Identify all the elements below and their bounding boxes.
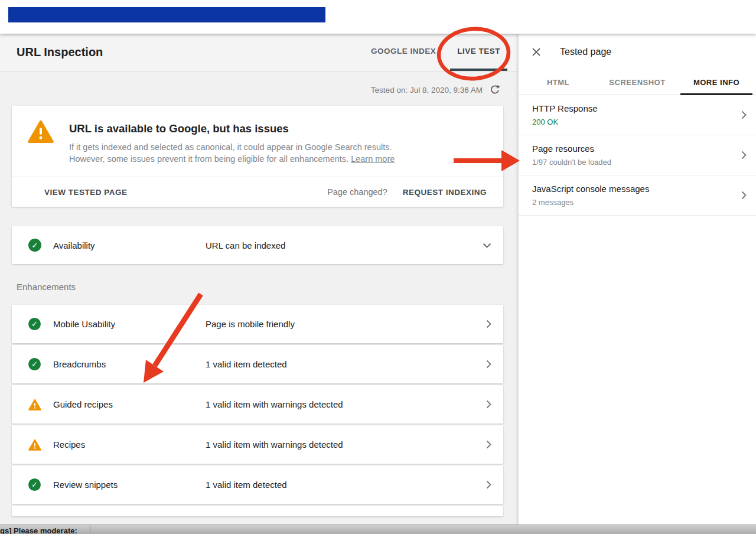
item-title: Page resources: [532, 144, 741, 154]
chevron-right-icon[interactable]: [486, 440, 491, 449]
warning-icon: [28, 439, 41, 451]
row-status: 1 valid item detected: [206, 359, 486, 369]
verdict-text: URL is available to Google, but has issu…: [69, 120, 429, 165]
check-circle-icon: ✓: [28, 318, 41, 330]
inspection-header: URL Inspection GOOGLE INDEX LIVE TEST: [0, 34, 518, 71]
row-status: 1 valid item with warnings detected: [206, 399, 486, 409]
item-subtitle: 200 OK: [532, 118, 741, 126]
row-status: 1 valid item detected: [206, 480, 486, 490]
tab-screenshot[interactable]: SCREENSHOT: [598, 70, 677, 95]
tested-page-title: Tested page: [560, 47, 611, 57]
chevron-right-icon[interactable]: [741, 110, 747, 119]
learn-more-link[interactable]: Learn more: [351, 154, 395, 164]
tab-more-info[interactable]: MORE INFO: [677, 70, 756, 95]
item-text: HTTP Response 200 OK: [532, 103, 741, 126]
inspection-content: Tested on: Jul 8, 2020, 9:36 AM: [0, 71, 518, 516]
check-circle-icon: ✓: [28, 478, 41, 491]
tested-page-header: Tested page: [519, 34, 756, 70]
close-icon[interactable]: [530, 46, 542, 58]
verdict-body: If it gets indexed and selected as canon…: [69, 141, 429, 165]
item-subtitle: 1/97 couldn't be loaded: [532, 158, 741, 167]
chevron-right-icon[interactable]: [486, 400, 491, 409]
page-title: URL Inspection: [17, 45, 364, 59]
row-label: Guided recipes: [53, 399, 206, 409]
browser-top-strip: [0, 0, 756, 34]
row-status: Page is mobile friendly: [206, 319, 486, 329]
chevron-right-icon[interactable]: [486, 480, 491, 489]
chevron-right-icon[interactable]: [486, 360, 491, 369]
inspection-column: URL Inspection GOOGLE INDEX LIVE TEST Te…: [0, 34, 518, 525]
verdict-footer: VIEW TESTED PAGE Page changed? REQUEST I…: [12, 177, 503, 207]
tested-on-row: Tested on: Jul 8, 2020, 9:36 AM: [12, 71, 503, 106]
list-item-review-snippets[interactable]: ✓ Review snippets 1 valid item detected: [12, 465, 503, 504]
list-item-mobile-usability[interactable]: ✓ Mobile Usability Page is mobile friend…: [12, 305, 503, 343]
availability-status: URL can be indexed: [206, 240, 483, 250]
warning-icon: [28, 120, 54, 165]
verdict-title: URL is available to Google, but has issu…: [69, 122, 429, 135]
background-window-text: gs] Please moderate:: [0, 526, 77, 534]
item-text: JavaScript console messages 2 messages: [532, 184, 741, 207]
list-item-guided-recipes[interactable]: Guided recipes 1 valid item with warning…: [12, 385, 503, 424]
verdict-body-text: If it gets indexed and selected as canon…: [69, 142, 392, 164]
check-circle-icon: ✓: [28, 239, 41, 252]
tested-page-tabs: HTML SCREENSHOT MORE INFO: [519, 70, 756, 95]
tested-page-panel: Tested page HTML SCREENSHOT MORE INFO HT…: [518, 34, 756, 525]
bar-divider: [90, 525, 90, 534]
tab-live-test[interactable]: LIVE TEST: [450, 34, 507, 71]
view-tested-page-button[interactable]: VIEW TESTED PAGE: [44, 188, 128, 197]
redacted-url-bar: [8, 7, 325, 22]
row-label: Mobile Usability: [53, 319, 206, 329]
chevron-right-icon[interactable]: [741, 151, 747, 159]
chevron-right-icon[interactable]: [486, 320, 491, 328]
row-label: Recipes: [53, 439, 206, 450]
list-item-js-console-messages[interactable]: JavaScript console messages 2 messages: [519, 175, 756, 216]
item-title: HTTP Response: [532, 103, 741, 113]
request-indexing-button[interactable]: REQUEST INDEXING: [403, 188, 487, 197]
availability-label: Availability: [53, 240, 206, 250]
url-inspection-app: URL Inspection GOOGLE INDEX LIVE TEST Te…: [0, 34, 756, 525]
item-subtitle: 2 messages: [532, 198, 741, 207]
verdict-main: URL is available to Google, but has issu…: [12, 106, 503, 177]
page-changed-label: Page changed?: [327, 187, 387, 197]
inspection-tabs: GOOGLE INDEX LIVE TEST: [364, 34, 507, 71]
chevron-down-icon[interactable]: [483, 243, 491, 248]
row-status: 1 valid item with warnings detected: [206, 439, 486, 450]
list-item-page-resources[interactable]: Page resources 1/97 couldn't be loaded: [519, 135, 756, 175]
verdict-footer-right: Page changed? REQUEST INDEXING: [327, 187, 487, 197]
list-item-recipes[interactable]: Recipes 1 valid item with warnings detec…: [12, 425, 503, 464]
list-item-http-response[interactable]: HTTP Response 200 OK: [519, 95, 756, 135]
check-circle-icon: ✓: [28, 358, 41, 370]
warning-icon: [28, 399, 41, 411]
screen: URL Inspection GOOGLE INDEX LIVE TEST Te…: [0, 0, 756, 534]
list-item-breadcrumbs[interactable]: ✓ Breadcrumbs 1 valid item detected: [12, 345, 503, 383]
row-label: Breadcrumbs: [53, 359, 206, 369]
item-text: Page resources 1/97 couldn't be loaded: [532, 144, 741, 167]
refresh-icon[interactable]: [490, 84, 500, 95]
list-item-partial: [12, 506, 503, 516]
tab-html[interactable]: HTML: [519, 70, 598, 95]
tested-on-label: Tested on: Jul 8, 2020, 9:36 AM: [371, 86, 483, 95]
more-info-list: HTTP Response 200 OK Page resources 1/97…: [519, 95, 756, 216]
verdict-card: URL is available to Google, but has issu…: [12, 106, 503, 207]
availability-card[interactable]: ✓ Availability URL can be indexed: [12, 226, 503, 264]
tab-google-index[interactable]: GOOGLE INDEX: [364, 34, 443, 71]
background-window-bar: gs] Please moderate:: [0, 525, 756, 534]
item-title: JavaScript console messages: [532, 184, 741, 194]
chevron-right-icon[interactable]: [741, 191, 747, 200]
enhancements-heading: Enhancements: [17, 282, 503, 292]
row-label: Review snippets: [53, 480, 206, 490]
